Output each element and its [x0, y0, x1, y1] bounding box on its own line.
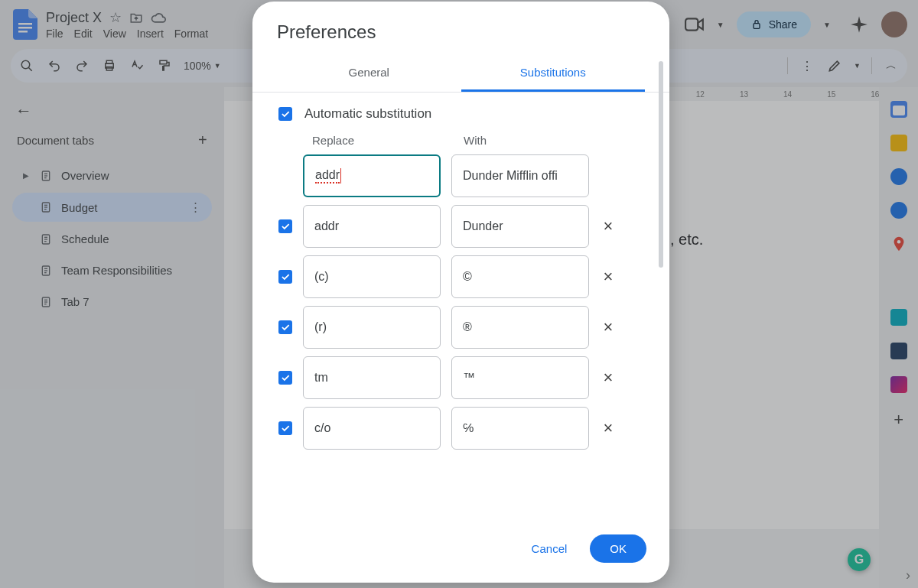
- with-text: ℅: [463, 421, 474, 435]
- new-replace-input[interactable]: addr: [303, 154, 441, 197]
- modal-title: Preferences: [277, 21, 669, 43]
- tab-substitutions[interactable]: Substitutions: [461, 57, 646, 92]
- auto-substitution-checkbox[interactable]: [278, 107, 292, 121]
- row-checkbox[interactable]: [278, 421, 292, 435]
- new-with-text: Dunder Mifflin offi: [463, 169, 558, 183]
- cancel-button[interactable]: Cancel: [521, 534, 578, 563]
- with-text: ™: [463, 371, 475, 385]
- substitution-row: (c)©×: [278, 255, 643, 298]
- replace-input[interactable]: c/o: [303, 407, 441, 450]
- ok-button[interactable]: OK: [590, 534, 646, 563]
- replace-input[interactable]: tm: [303, 356, 441, 399]
- tab-general[interactable]: General: [277, 57, 461, 92]
- replace-column-header: Replace: [312, 134, 450, 147]
- with-input[interactable]: ®: [451, 306, 589, 349]
- with-input[interactable]: Dunder: [451, 205, 589, 248]
- with-input[interactable]: ℅: [451, 407, 589, 450]
- row-checkbox[interactable]: [278, 270, 292, 284]
- row-checkbox[interactable]: [278, 219, 292, 233]
- replace-input[interactable]: (r): [303, 306, 441, 349]
- replace-text: (r): [314, 320, 327, 334]
- new-with-input[interactable]: Dunder Mifflin offi: [451, 154, 589, 197]
- substitution-row: (r)®×: [278, 306, 643, 349]
- with-text: ®: [463, 320, 472, 334]
- delete-row-icon[interactable]: ×: [600, 317, 617, 337]
- new-replace-text: addr: [315, 168, 340, 184]
- delete-row-icon[interactable]: ×: [600, 368, 617, 388]
- auto-substitution-label: Automatic substitution: [304, 106, 431, 122]
- substitution-new-row: addr Dunder Mifflin offi: [278, 154, 643, 197]
- replace-text: tm: [314, 371, 328, 385]
- replace-text: (c): [314, 270, 329, 284]
- preferences-modal: Preferences General Substitutions Automa…: [252, 2, 669, 583]
- with-input[interactable]: ™: [451, 356, 589, 399]
- delete-row-icon[interactable]: ×: [600, 216, 617, 236]
- replace-text: addr: [314, 219, 339, 233]
- with-text: ©: [463, 270, 472, 284]
- replace-text: c/o: [314, 421, 330, 435]
- checkbox-placeholder: [278, 169, 292, 183]
- delete-row-icon[interactable]: ×: [600, 267, 617, 287]
- with-text: Dunder: [463, 219, 503, 233]
- with-input[interactable]: ©: [451, 255, 589, 298]
- row-checkbox[interactable]: [278, 320, 292, 334]
- row-checkbox[interactable]: [278, 371, 292, 385]
- modal-scrollbar[interactable]: [659, 61, 663, 268]
- replace-input[interactable]: addr: [303, 205, 441, 248]
- substitution-row: c/o℅×: [278, 407, 643, 450]
- substitution-row: tm™×: [278, 356, 643, 399]
- replace-input[interactable]: (c): [303, 255, 441, 298]
- with-column-header: With: [464, 134, 601, 147]
- delete-row-icon[interactable]: ×: [600, 418, 617, 438]
- substitution-row: addrDunder×: [278, 205, 643, 248]
